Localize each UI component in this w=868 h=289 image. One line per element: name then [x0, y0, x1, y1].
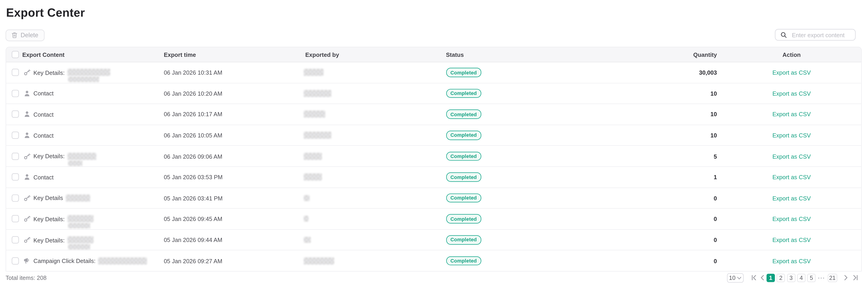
redacted-export-content: [67, 69, 111, 76]
export-time: 05 Jan 2026 03:41 PM: [164, 195, 223, 201]
export-csv-link[interactable]: Export as CSV: [747, 257, 836, 264]
search-input[interactable]: [791, 31, 850, 39]
redacted-exported-by: [303, 216, 308, 222]
search-box[interactable]: [775, 29, 855, 41]
redacted-text: [67, 69, 111, 76]
page-button-5[interactable]: 5: [807, 274, 816, 282]
export-csv-link[interactable]: Export as CSV: [747, 216, 836, 222]
redacted-exported-by: [303, 195, 309, 201]
redacted-text: [67, 236, 94, 244]
table-row: Contact 06 Jan 2026 10:05 AM Completed 1…: [6, 125, 861, 146]
export-content-cell: Key Details:: [23, 215, 93, 223]
export-content-label: Contact: [33, 90, 54, 97]
page-button-4[interactable]: 4: [797, 274, 806, 282]
row-checkbox[interactable]: [11, 111, 19, 118]
redacted-exported-by: [303, 257, 334, 264]
status-badge: Completed: [446, 110, 481, 119]
redacted-text: [68, 160, 82, 166]
export-content-cell: Contact: [23, 111, 54, 118]
first-page-button[interactable]: [750, 273, 758, 282]
column-header-quantity: Quantity: [624, 51, 717, 58]
row-checkbox[interactable]: [11, 152, 19, 160]
redacted-text: [66, 194, 90, 202]
row-checkbox[interactable]: [11, 174, 19, 181]
table-row: Key Details 05 Jan 2026 03:41 PM Complet…: [6, 188, 861, 209]
table-row: Contact 06 Jan 2026 10:20 AM Completed 1…: [6, 83, 861, 104]
previous-page-button[interactable]: [759, 273, 766, 282]
row-checkbox[interactable]: [11, 90, 19, 97]
export-content-label: Key Details:: [33, 216, 65, 222]
export-csv-link[interactable]: Export as CSV: [747, 111, 836, 117]
redacted-exported-by: [303, 90, 331, 97]
status-badge: Completed: [446, 256, 481, 265]
page-button-1[interactable]: 1: [767, 274, 775, 282]
last-page-button[interactable]: [851, 273, 859, 282]
page-button-21[interactable]: 21: [828, 274, 837, 282]
export-content-label: Key Details:: [33, 69, 65, 76]
pagination: 10 12345···21: [727, 273, 859, 282]
status-badge: Completed: [446, 131, 481, 140]
row-checkbox[interactable]: [11, 215, 19, 223]
row-checkbox[interactable]: [11, 236, 19, 244]
status-badge: Completed: [446, 236, 481, 245]
export-csv-link[interactable]: Export as CSV: [747, 195, 836, 201]
export-csv-link[interactable]: Export as CSV: [747, 153, 836, 159]
key-icon: [23, 69, 31, 76]
chevron-down-icon: [737, 275, 742, 281]
page-button-3[interactable]: 3: [787, 274, 795, 282]
column-header-export-content: Export Content: [22, 51, 65, 58]
row-checkbox[interactable]: [11, 132, 19, 139]
export-content-label: Key Details:: [33, 153, 65, 159]
export-content-cell: Contact: [23, 132, 54, 139]
export-content-label: Campaign Click Details:: [33, 257, 96, 264]
export-table: Export Content Export time Exported by S…: [5, 47, 861, 272]
redacted-text: [68, 77, 99, 82]
export-time: 06 Jan 2026 10:17 AM: [164, 111, 222, 117]
redacted-export-content: [67, 215, 94, 223]
redacted-export-content: [66, 194, 90, 202]
redacted-exported-by: [303, 174, 321, 181]
quantity-value: 5: [624, 153, 717, 159]
quantity-value: 1: [624, 174, 717, 180]
export-csv-link[interactable]: Export as CSV: [747, 174, 836, 180]
export-time: 05 Jan 2026 03:53 PM: [164, 174, 223, 180]
row-checkbox[interactable]: [11, 257, 19, 264]
row-checkbox[interactable]: [11, 194, 19, 202]
redacted-text: [68, 244, 90, 250]
redacted-exported-by: [303, 237, 311, 243]
export-csv-link[interactable]: Export as CSV: [747, 90, 836, 97]
export-csv-link[interactable]: Export as CSV: [747, 69, 836, 76]
page-button-2[interactable]: 2: [777, 274, 785, 282]
row-checkbox[interactable]: [11, 69, 19, 76]
page-size-value: 10: [729, 275, 736, 281]
export-content-cell: Contact: [23, 174, 54, 181]
export-csv-link[interactable]: Export as CSV: [747, 132, 836, 139]
key-icon: [23, 236, 31, 244]
page-title: Export Center: [6, 6, 85, 20]
table-row: Key Details: 06 Jan 2026 10:31 AM Comple…: [6, 62, 861, 83]
table-row: Campaign Click Details: 05 Jan 2026 09:2…: [6, 251, 861, 272]
export-time: 06 Jan 2026 10:31 AM: [164, 69, 222, 76]
quantity-value: 30,003: [624, 69, 717, 76]
column-header-exported-by: Exported by: [305, 51, 339, 58]
key-icon: [23, 152, 31, 160]
delete-button[interactable]: Delete: [5, 29, 44, 41]
redacted-exported-by: [303, 111, 325, 118]
export-time: 06 Jan 2026 10:05 AM: [164, 132, 222, 139]
export-time: 06 Jan 2026 09:06 AM: [164, 153, 222, 159]
quantity-value: 10: [624, 132, 717, 139]
total-items-label: Total items: 208: [5, 274, 46, 281]
page-size-select[interactable]: 10: [727, 273, 744, 282]
export-csv-link[interactable]: Export as CSV: [747, 237, 836, 243]
redacted-export-content: [67, 152, 96, 160]
export-content-label: Contact: [33, 174, 54, 180]
next-page-button[interactable]: [842, 273, 849, 282]
export-content-cell: Key Details:: [23, 152, 96, 160]
contact-icon: [23, 132, 31, 139]
status-badge: Completed: [446, 214, 481, 223]
select-all-checkbox[interactable]: [11, 51, 19, 58]
table-header-row: Export Content Export time Exported by S…: [6, 47, 861, 62]
table-row: Key Details: 06 Jan 2026 09:06 AM Comple…: [6, 146, 861, 167]
redacted-exported-by: [303, 69, 323, 76]
export-time: 05 Jan 2026 09:45 AM: [164, 216, 222, 222]
